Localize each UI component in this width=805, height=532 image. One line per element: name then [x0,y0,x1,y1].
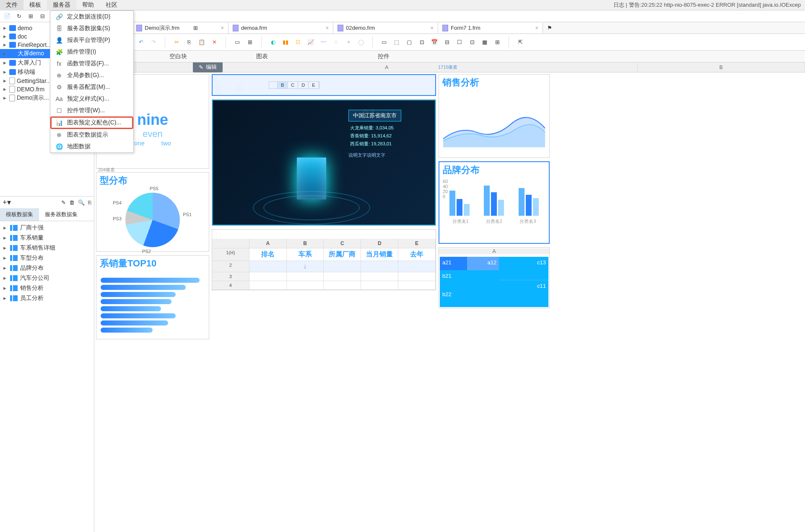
data-table[interactable]: A B C D E 1(H) 排名 车系 所 [212,239,436,290]
menu-template[interactable]: 模板 [23,0,47,10]
dd-icon: ⊕ [55,72,63,79]
ds-item[interactable]: ▶品牌分布 [0,263,94,273]
bubble-chart-icon[interactable]: ◯ [356,38,366,47]
widget-brand[interactable]: 品牌分布 6040200 分类名1分类名2分类名3 [439,161,550,244]
paste-icon[interactable]: 📋 [197,38,206,47]
dd-图表空数据提示[interactable]: ⊗图表空数据提示 [50,129,133,141]
menu-help[interactable]: 帮助 [76,0,100,10]
widget-grid-selected[interactable]: B C D E [212,74,436,96]
dd-服务器数据集(S)[interactable]: 🗄服务器数据集(S) [50,23,133,34]
ds-item[interactable]: ▶厂商十强 [0,223,94,233]
panel-icon[interactable]: ▭ [233,38,242,47]
dataset-icon [10,265,18,271]
widget-pie[interactable]: 204像素 型分布 PS1 PS2 PS3 PS4 PS5 [96,172,209,252]
number-widget-icon[interactable]: ⊡ [417,38,426,47]
edit-icon[interactable]: ✎ [61,199,66,206]
delete-icon[interactable]: ✕ [210,38,219,47]
widget-treemap[interactable]: A a21 a12 b21 b22 [439,247,550,308]
form-icon [233,25,239,31]
tab-grid-icon[interactable]: ⊞ [191,23,200,33]
button-widget-icon[interactable]: ▢ [405,38,414,47]
hbar-chart [96,271,209,339]
y-axis: 6040200 [443,179,448,199]
menu-community[interactable]: 社区 [100,0,123,10]
file-tab[interactable]: Form7 1.frm× [438,23,543,33]
ds-item[interactable]: ▶车型分布 [0,253,94,263]
pie-chart-icon[interactable]: ◐ [268,38,278,47]
widget-icon[interactable]: ⊡ [467,38,477,47]
dd-控件管理(W)...[interactable]: ☐控件管理(W)... [50,105,133,116]
stack-chart-icon[interactable]: ☷ [293,38,303,47]
close-icon[interactable]: × [535,25,538,31]
radar-chart-icon[interactable]: ✦ [344,38,353,47]
table-icon[interactable]: ⊞ [26,12,35,21]
dataset-icon [10,245,18,251]
cat-blank: 空白块 [136,53,220,60]
widget-icon[interactable]: ▦ [480,38,489,47]
widget-rank[interactable]: 系销量TOP10 [96,255,209,339]
ds-item[interactable]: ▶员工分析 [0,293,94,303]
menu-server[interactable]: 服务器 [47,0,76,10]
date-widget-icon[interactable]: 📅 [430,38,439,47]
drag-handle-icon[interactable] [235,82,244,88]
ds-item[interactable]: ▶销售分析 [0,283,94,293]
scatter-chart-icon[interactable]: ⁘ [331,38,340,47]
dd-服务器配置(M)...[interactable]: ⚙服务器配置(M)... [50,81,133,93]
tab-server-ds[interactable]: 服务器数据集 [39,208,83,221]
dd-函数管理器(F)...[interactable]: fx函数管理器(F)... [50,58,133,70]
area-chart-icon[interactable]: 〰 [319,38,328,47]
dd-插件管理(I)[interactable]: 🧩插件管理(I) [50,46,133,58]
widget-icon[interactable]: ⊞ [493,38,502,47]
text-widget-icon[interactable]: ▭ [379,38,389,47]
ds-item[interactable]: ▶汽车分公司 [0,273,94,283]
undo-icon[interactable]: ↶ [136,38,145,47]
dd-全局参数(G)...[interactable]: ⊕全局参数(G)... [50,70,133,81]
drag-handle-icon[interactable] [214,82,223,88]
refresh-icon[interactable]: ↻ [14,12,23,21]
cat-chart: 图表 [220,53,304,60]
widget-icon[interactable]: ☐ [455,38,464,47]
cut-icon[interactable]: ✂ [172,38,181,47]
dd-图表预定义配色(C)...[interactable]: 📊图表预定义配色(C)... [50,116,133,129]
copy-icon[interactable]: ⎘ [184,38,194,47]
drag-handle-icon[interactable] [214,231,222,237]
delete-icon[interactable]: 🗑 [69,199,75,206]
line-chart-icon[interactable]: 📈 [306,38,315,47]
bar-chart-icon[interactable]: ▮▮ [281,38,290,47]
copy-icon[interactable]: ⎘ [88,199,91,206]
dd-地图数据[interactable]: 🌐地图数据 [50,141,133,152]
widget-3dviz[interactable]: 01 中国江苏省南京市 火龙果销量: 3,034,05 香蕉销量: 15,914… [212,99,436,226]
viz-city: 中国江苏省南京市 [348,110,401,121]
dd-icon: 🧩 [55,48,63,56]
dd-定义数据连接(D)[interactable]: 🔗定义数据连接(D) [50,11,133,23]
close-icon[interactable]: × [325,25,329,31]
mini-table[interactable]: B C D E [269,81,319,89]
grid-icon[interactable]: ⊞ [245,38,254,47]
widget-rank-table[interactable]: A B C D E 1(H) 排名 车系 所 [212,229,436,290]
ds-item[interactable]: ▶车系销售详细 [0,243,94,253]
flag-icon[interactable]: ⚑ [547,25,552,31]
tab-template-ds[interactable]: 模板数据集 [0,208,39,221]
grid-icon[interactable]: ⊟ [38,12,47,21]
edit-button[interactable]: ✎编辑 [193,62,223,72]
close-icon[interactable]: × [221,25,224,31]
dd-报表平台管理(P)[interactable]: 👤报表平台管理(P) [50,34,133,46]
new-icon[interactable]: 📄 [3,12,12,21]
add-icon[interactable]: +▾ [3,198,11,207]
widget-sales[interactable]: 销售分析 [439,74,550,158]
redo-icon[interactable]: ↷ [149,38,158,47]
menu-file[interactable]: 文件 [0,0,23,10]
close-icon[interactable]: × [430,25,434,31]
dd-icon: 🔗 [55,13,63,21]
dd-预定义样式(K)...[interactable]: Aa预定义样式(K)... [50,93,133,105]
preview-icon[interactable]: 🔍 [78,199,85,206]
design-canvas[interactable]: A B 1715像素 ✎编辑 P10 nine even onetwo [94,62,805,532]
label-widget-icon[interactable]: ⬚ [392,38,401,47]
ds-item[interactable]: ▶车系销量 [0,233,94,243]
export-icon[interactable]: ⇱ [516,38,525,47]
dataset-icon [10,295,18,301]
file-tab[interactable]: demoa.frm× [229,23,333,33]
file-tab[interactable]: 02demo.frm× [333,23,438,33]
combo-widget-icon[interactable]: ⊟ [442,38,452,47]
file-tab[interactable]: Demo演示.frm× [132,23,229,34]
